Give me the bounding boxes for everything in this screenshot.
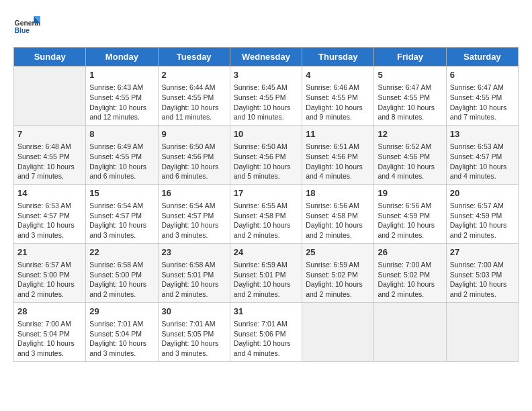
col-wednesday: Wednesday (230, 48, 302, 66)
calendar-cell: 27Sunrise: 7:00 AM Sunset: 5:03 PM Dayli… (446, 243, 518, 302)
calendar-body: 1Sunrise: 6:43 AM Sunset: 4:55 PM Daylig… (14, 66, 519, 362)
day-info: Sunrise: 7:01 AM Sunset: 5:05 PM Dayligh… (162, 319, 226, 359)
day-number: 15 (89, 187, 154, 199)
calendar-cell: 15Sunrise: 6:54 AM Sunset: 4:57 PM Dayli… (86, 184, 158, 243)
day-number: 7 (17, 128, 82, 140)
day-number: 8 (89, 128, 154, 140)
day-info: Sunrise: 6:54 AM Sunset: 4:57 PM Dayligh… (89, 201, 154, 240)
day-number: 31 (234, 306, 298, 318)
day-number: 16 (162, 187, 226, 199)
day-number: 6 (450, 69, 515, 81)
calendar-week-row: 1Sunrise: 6:43 AM Sunset: 4:55 PM Daylig… (14, 66, 519, 126)
day-number: 5 (378, 69, 442, 81)
day-info: Sunrise: 6:56 AM Sunset: 4:58 PM Dayligh… (306, 201, 370, 240)
day-number: 24 (234, 246, 298, 259)
calendar-cell: 3Sunrise: 6:45 AM Sunset: 4:55 PM Daylig… (230, 66, 302, 126)
calendar-cell: 29Sunrise: 7:01 AM Sunset: 5:04 PM Dayli… (86, 302, 158, 361)
calendar-week-row: 21Sunrise: 6:57 AM Sunset: 5:00 PM Dayli… (14, 243, 519, 302)
calendar-cell: 16Sunrise: 6:54 AM Sunset: 4:57 PM Dayli… (158, 184, 230, 243)
calendar-week-row: 28Sunrise: 7:00 AM Sunset: 5:04 PM Dayli… (14, 302, 519, 361)
calendar-week-row: 14Sunrise: 6:53 AM Sunset: 4:57 PM Dayli… (14, 184, 519, 243)
calendar-cell (374, 302, 446, 361)
calendar-cell: 31Sunrise: 7:01 AM Sunset: 5:06 PM Dayli… (230, 302, 302, 361)
day-number: 17 (234, 187, 298, 199)
day-number: 29 (89, 306, 154, 318)
day-number: 12 (378, 128, 442, 140)
day-info: Sunrise: 6:44 AM Sunset: 4:55 PM Dayligh… (162, 83, 226, 122)
calendar-cell: 18Sunrise: 6:56 AM Sunset: 4:58 PM Dayli… (302, 184, 374, 243)
calendar-cell: 12Sunrise: 6:52 AM Sunset: 4:56 PM Dayli… (374, 125, 446, 184)
calendar-cell: 19Sunrise: 6:56 AM Sunset: 4:59 PM Dayli… (374, 184, 446, 243)
calendar-cell: 26Sunrise: 7:00 AM Sunset: 5:02 PM Dayli… (374, 243, 446, 302)
day-number: 25 (306, 246, 370, 259)
calendar-header-row: Sunday Monday Tuesday Wednesday Thursday… (14, 48, 519, 66)
day-info: Sunrise: 7:00 AM Sunset: 5:02 PM Dayligh… (378, 260, 442, 300)
day-number: 28 (17, 306, 82, 318)
day-number: 21 (17, 246, 82, 259)
day-number: 9 (162, 128, 226, 140)
svg-text:Blue: Blue (15, 27, 30, 34)
day-info: Sunrise: 6:59 AM Sunset: 5:01 PM Dayligh… (234, 260, 298, 300)
calendar-cell: 11Sunrise: 6:51 AM Sunset: 4:56 PM Dayli… (302, 125, 374, 184)
calendar-cell: 23Sunrise: 6:58 AM Sunset: 5:01 PM Dayli… (158, 243, 230, 302)
calendar-cell (302, 302, 374, 361)
logo: General Blue (13, 13, 44, 40)
calendar-cell: 2Sunrise: 6:44 AM Sunset: 4:55 PM Daylig… (158, 66, 230, 126)
day-info: Sunrise: 6:50 AM Sunset: 4:56 PM Dayligh… (162, 142, 226, 181)
calendar-cell: 13Sunrise: 6:53 AM Sunset: 4:57 PM Dayli… (446, 125, 518, 184)
day-number: 26 (378, 246, 442, 259)
day-number: 22 (89, 246, 154, 259)
day-info: Sunrise: 6:45 AM Sunset: 4:55 PM Dayligh… (234, 83, 298, 122)
day-info: Sunrise: 6:58 AM Sunset: 5:00 PM Dayligh… (89, 260, 154, 300)
day-info: Sunrise: 6:55 AM Sunset: 4:58 PM Dayligh… (234, 201, 298, 240)
day-info: Sunrise: 6:48 AM Sunset: 4:55 PM Dayligh… (17, 142, 82, 181)
day-info: Sunrise: 6:54 AM Sunset: 4:57 PM Dayligh… (162, 201, 226, 240)
day-number: 10 (234, 128, 298, 140)
calendar-cell: 25Sunrise: 6:59 AM Sunset: 5:02 PM Dayli… (302, 243, 374, 302)
day-info: Sunrise: 6:47 AM Sunset: 4:55 PM Dayligh… (450, 83, 515, 122)
calendar-cell: 21Sunrise: 6:57 AM Sunset: 5:00 PM Dayli… (14, 243, 86, 302)
col-tuesday: Tuesday (158, 48, 230, 66)
day-info: Sunrise: 6:53 AM Sunset: 4:57 PM Dayligh… (450, 142, 515, 181)
col-sunday: Sunday (14, 48, 86, 66)
calendar-cell: 10Sunrise: 6:50 AM Sunset: 4:56 PM Dayli… (230, 125, 302, 184)
day-info: Sunrise: 6:43 AM Sunset: 4:55 PM Dayligh… (89, 83, 154, 122)
col-monday: Monday (86, 48, 158, 66)
day-number: 20 (450, 187, 515, 199)
day-info: Sunrise: 6:46 AM Sunset: 4:55 PM Dayligh… (306, 83, 370, 122)
day-number: 27 (450, 246, 515, 259)
day-number: 4 (306, 69, 370, 81)
day-info: Sunrise: 6:50 AM Sunset: 4:56 PM Dayligh… (234, 142, 298, 181)
day-info: Sunrise: 7:01 AM Sunset: 5:06 PM Dayligh… (234, 319, 298, 359)
day-number: 13 (450, 128, 515, 140)
day-number: 23 (162, 246, 226, 259)
calendar-cell: 9Sunrise: 6:50 AM Sunset: 4:56 PM Daylig… (158, 125, 230, 184)
day-number: 2 (162, 69, 226, 81)
day-number: 1 (89, 69, 154, 81)
day-number: 19 (378, 187, 442, 199)
day-info: Sunrise: 7:00 AM Sunset: 5:04 PM Dayligh… (17, 319, 82, 359)
day-number: 18 (306, 187, 370, 199)
calendar-cell: 24Sunrise: 6:59 AM Sunset: 5:01 PM Dayli… (230, 243, 302, 302)
calendar-cell: 6Sunrise: 6:47 AM Sunset: 4:55 PM Daylig… (446, 66, 518, 126)
day-info: Sunrise: 7:00 AM Sunset: 5:03 PM Dayligh… (450, 260, 515, 300)
calendar-cell: 1Sunrise: 6:43 AM Sunset: 4:55 PM Daylig… (86, 66, 158, 126)
calendar-cell: 20Sunrise: 6:57 AM Sunset: 4:59 PM Dayli… (446, 184, 518, 243)
calendar-cell: 28Sunrise: 7:00 AM Sunset: 5:04 PM Dayli… (14, 302, 86, 361)
col-saturday: Saturday (446, 48, 518, 66)
day-info: Sunrise: 6:53 AM Sunset: 4:57 PM Dayligh… (17, 201, 82, 240)
calendar-cell: 22Sunrise: 6:58 AM Sunset: 5:00 PM Dayli… (86, 243, 158, 302)
day-info: Sunrise: 6:47 AM Sunset: 4:55 PM Dayligh… (378, 83, 442, 122)
day-info: Sunrise: 6:56 AM Sunset: 4:59 PM Dayligh… (378, 201, 442, 240)
calendar-cell: 8Sunrise: 6:49 AM Sunset: 4:55 PM Daylig… (86, 125, 158, 184)
calendar-cell (446, 302, 518, 361)
calendar-cell: 7Sunrise: 6:48 AM Sunset: 4:55 PM Daylig… (14, 125, 86, 184)
calendar-cell: 30Sunrise: 7:01 AM Sunset: 5:05 PM Dayli… (158, 302, 230, 361)
day-info: Sunrise: 6:57 AM Sunset: 5:00 PM Dayligh… (17, 260, 82, 300)
day-number: 11 (306, 128, 370, 140)
day-info: Sunrise: 7:01 AM Sunset: 5:04 PM Dayligh… (89, 319, 154, 359)
calendar-cell: 5Sunrise: 6:47 AM Sunset: 4:55 PM Daylig… (374, 66, 446, 126)
day-info: Sunrise: 6:52 AM Sunset: 4:56 PM Dayligh… (378, 142, 442, 181)
calendar-cell: 14Sunrise: 6:53 AM Sunset: 4:57 PM Dayli… (14, 184, 86, 243)
calendar-week-row: 7Sunrise: 6:48 AM Sunset: 4:55 PM Daylig… (14, 125, 519, 184)
